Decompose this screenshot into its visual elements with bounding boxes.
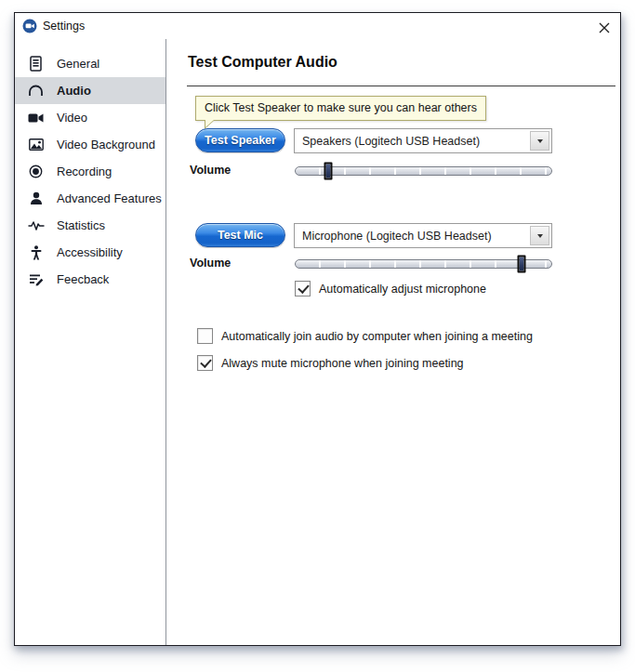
speaker-device-value: Speakers (Logitech USB Headset) [295, 135, 530, 148]
sidebar-item-label: Video [57, 111, 87, 125]
zoom-logo-icon [22, 19, 37, 33]
sidebar-item-label: Audio [57, 84, 91, 98]
slider-track [295, 166, 552, 176]
slider-track [295, 259, 552, 269]
auto-join-audio-option: Automatically join audio by computer whe… [197, 328, 533, 344]
settings-sidebar: General Audio Video [15, 39, 166, 645]
mic-dropdown-button[interactable] [530, 226, 549, 245]
auto-adjust-mic-option: Automatically adjust microphone [295, 281, 486, 296]
mic-device-select[interactable]: Microphone (Logitech USB Headset) [294, 223, 552, 248]
sidebar-item-video[interactable]: Video [15, 104, 165, 131]
auto-adjust-mic-checkbox[interactable] [295, 281, 311, 296]
test-speaker-tooltip: Click Test Speaker to make sure you can … [195, 96, 486, 121]
chevron-down-icon [537, 139, 543, 143]
sidebar-item-video-background[interactable]: Video Background [15, 131, 165, 158]
sidebar-item-label: Statistics [57, 218, 105, 232]
accessibility-icon [27, 244, 45, 261]
record-icon [27, 164, 45, 180]
window-title: Settings [43, 20, 85, 33]
test-mic-button[interactable]: Test Mic [195, 223, 285, 247]
always-mute-mic-label: Always mute microphone when joining meet… [221, 355, 464, 370]
close-icon [598, 21, 611, 34]
always-mute-mic-option: Always mute microphone when joining meet… [197, 355, 464, 371]
speaker-volume-thumb[interactable] [324, 163, 333, 180]
title-bar: Settings [15, 13, 620, 39]
page-title: Test Computer Audio [188, 54, 337, 71]
close-button[interactable] [595, 19, 614, 37]
chevron-down-icon [537, 234, 543, 238]
title-divider [187, 86, 615, 86]
sidebar-item-label: Advanced Features [57, 191, 162, 205]
sidebar-item-general[interactable]: General [15, 50, 165, 77]
auto-join-audio-label: Automatically join audio by computer whe… [221, 328, 533, 343]
auto-join-audio-checkbox[interactable] [197, 328, 213, 344]
sidebar-item-recording[interactable]: Recording [15, 158, 165, 185]
sidebar-item-label: General [57, 57, 99, 71]
person-icon [27, 191, 45, 207]
auto-adjust-mic-label: Automatically adjust microphone [319, 281, 486, 296]
headphones-icon [27, 83, 45, 99]
speaker-volume-slider[interactable] [295, 162, 552, 180]
speaker-dropdown-button[interactable] [530, 131, 549, 151]
audio-settings-panel: Test Computer Audio Click Test Speaker t… [167, 39, 620, 645]
mic-volume-thumb[interactable] [517, 256, 525, 273]
always-mute-mic-checkbox[interactable] [197, 355, 213, 371]
sidebar-item-label: Recording [57, 165, 112, 178]
sidebar-item-label: Accessibility [57, 245, 123, 259]
sidebar-item-advanced-features[interactable]: Advanced Features [15, 185, 165, 212]
sidebar-item-accessibility[interactable]: Accessibility [15, 239, 165, 266]
sidebar-item-statistics[interactable]: Statistics [15, 212, 165, 239]
sidebar-item-audio[interactable]: Audio [15, 77, 165, 104]
sidebar-item-label: Feecback [57, 272, 109, 286]
sidebar-item-label: Video Background [57, 138, 155, 152]
picture-icon [27, 137, 45, 153]
waveform-icon [27, 217, 45, 234]
mic-volume-slider[interactable] [295, 255, 552, 273]
sidebar-item-feedback[interactable]: Feecback [15, 266, 165, 293]
feedback-pencil-icon [27, 271, 45, 288]
speaker-volume-label: Volume [190, 164, 231, 177]
mic-device-value: Microphone (Logitech USB Headset) [295, 230, 530, 243]
video-camera-icon [27, 110, 45, 126]
test-speaker-button[interactable]: Test Speaker [195, 128, 285, 152]
speaker-device-select[interactable]: Speakers (Logitech USB Headset) [294, 128, 552, 153]
settings-window: Settings General [14, 12, 621, 646]
mic-volume-label: Volume [190, 257, 231, 270]
general-icon [27, 56, 45, 72]
